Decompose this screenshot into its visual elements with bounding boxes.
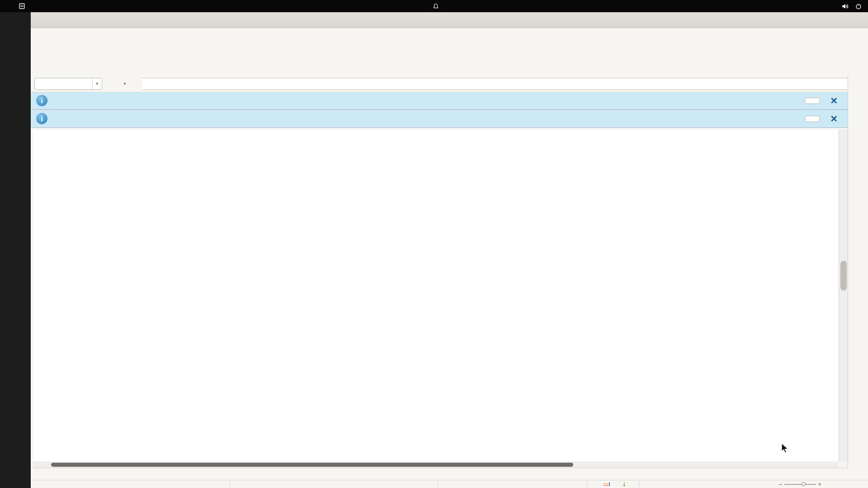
volume-icon bbox=[842, 3, 849, 9]
formula-input-line[interactable] bbox=[142, 78, 854, 90]
title-bar[interactable] bbox=[31, 12, 868, 28]
donate-button[interactable] bbox=[805, 116, 820, 122]
zoom-out-icon[interactable]: – bbox=[779, 481, 782, 488]
libreoffice-calc-window: ▾ ▾ ▾ i ✕ i ✕ ▭I ⭣ – bbox=[31, 12, 868, 488]
document-modified-icon[interactable]: ⭣ bbox=[623, 481, 626, 488]
zoom-in-icon[interactable]: + bbox=[818, 481, 821, 488]
app-window-icon bbox=[19, 3, 25, 9]
vertical-scrollbar[interactable] bbox=[839, 130, 848, 461]
system-tray-menu[interactable] bbox=[842, 3, 865, 9]
activities-button[interactable] bbox=[0, 0, 13, 12]
formula-bar: ▾ ▾ ▾ bbox=[31, 75, 868, 92]
close-infobar-icon[interactable]: ✕ bbox=[826, 95, 842, 106]
function-wizard-button[interactable] bbox=[107, 78, 118, 89]
dock bbox=[0, 12, 31, 488]
horizontal-scrollbar[interactable] bbox=[33, 461, 839, 468]
vertical-scrollbar-thumb[interactable] bbox=[840, 261, 847, 291]
name-box-dropdown-icon[interactable]: ▾ bbox=[92, 78, 98, 89]
status-bar: ▭I ⭣ – + bbox=[31, 480, 868, 488]
name-box[interactable]: ▾ bbox=[34, 78, 102, 90]
spreadsheet-grid[interactable] bbox=[33, 130, 839, 461]
power-icon bbox=[855, 3, 862, 9]
formatting-toolbar bbox=[31, 61, 868, 75]
infobar-get-involved: i ✕ bbox=[31, 92, 848, 110]
clock-menu[interactable] bbox=[429, 3, 439, 9]
sidebar-tab-bar bbox=[848, 75, 868, 468]
close-infobar-icon[interactable]: ✕ bbox=[826, 113, 842, 124]
get-involved-button[interactable] bbox=[805, 98, 820, 104]
horizontal-scrollbar-thumb[interactable] bbox=[51, 463, 573, 467]
info-icon: i bbox=[36, 113, 47, 124]
zoom-track[interactable] bbox=[784, 484, 816, 485]
infobar-donate: i ✕ bbox=[31, 110, 848, 128]
select-function-button[interactable]: ▾ bbox=[118, 78, 130, 89]
info-icon: i bbox=[36, 95, 47, 106]
gnome-top-bar bbox=[0, 0, 868, 12]
standard-toolbar bbox=[31, 42, 868, 61]
sheet-tab-bar bbox=[31, 468, 848, 480]
zoom-knob[interactable] bbox=[802, 482, 806, 486]
notification-bell-icon bbox=[433, 3, 439, 9]
selection-mode-icon[interactable]: ▭I bbox=[604, 481, 610, 488]
sum-dropdown-icon: ▾ bbox=[124, 81, 126, 86]
focused-app-menu[interactable] bbox=[13, 0, 34, 12]
zoom-slider[interactable]: – + bbox=[779, 481, 821, 488]
menu-bar bbox=[31, 28, 868, 42]
formula-button[interactable] bbox=[130, 78, 142, 89]
